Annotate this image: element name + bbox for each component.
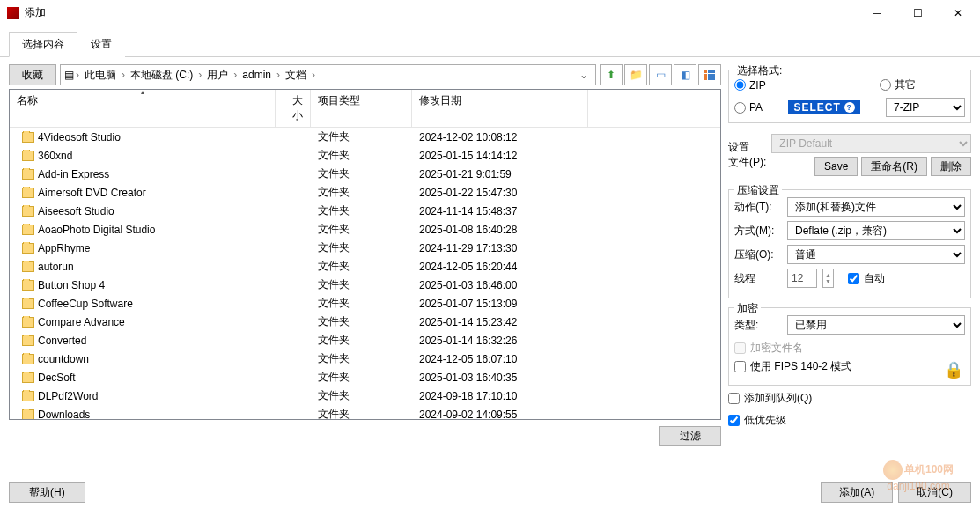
tabs: 选择内容 设置	[0, 26, 980, 57]
file-name: Aiseesoft Studio	[38, 205, 114, 217]
encrypt-group: 加密 类型:已禁用 加密文件名 使用 FIPS 140-2 模式 🔒	[728, 307, 971, 386]
file-type: 文件夹	[311, 129, 412, 144]
file-type: 文件夹	[311, 407, 412, 420]
file-name: autorun	[38, 261, 74, 273]
folder-icon	[22, 298, 34, 309]
column-date[interactable]: 修改日期	[412, 90, 588, 127]
cancel-button[interactable]: 取消(C)	[898, 482, 971, 503]
close-button[interactable]: ✕	[938, 0, 978, 26]
table-row[interactable]: Aimersoft DVD Creator文件夹2025-01-22 15:47…	[10, 183, 720, 202]
tab-settings[interactable]: 设置	[77, 32, 125, 57]
table-row[interactable]: Add-in Express文件夹2025-01-21 9:01:59	[10, 165, 720, 183]
file-date: 2024-12-05 16:07:10	[412, 353, 588, 365]
low-priority-check[interactable]: 低优先级	[728, 411, 971, 430]
table-row[interactable]: AoaoPhoto Digital Studio文件夹2025-01-08 16…	[10, 220, 720, 239]
preset-select[interactable]: ZIP Default	[771, 134, 971, 153]
table-row[interactable]: 360xnd文件夹2025-01-15 14:14:12	[10, 146, 720, 165]
file-type: 文件夹	[311, 351, 412, 366]
view-medium-button[interactable]: ◧	[674, 64, 696, 85]
breadcrumb-item[interactable]: admin	[239, 67, 275, 83]
breadcrumb-item[interactable]: 此电脑	[81, 66, 120, 85]
filter-button[interactable]: 过滤	[659, 426, 721, 446]
method-label: 方式(M):	[734, 224, 782, 239]
breadcrumb-item[interactable]: 用户	[203, 66, 232, 85]
encrypt-type-select[interactable]: 已禁用	[787, 315, 965, 335]
up-folder-button[interactable]: ⬆	[600, 64, 623, 85]
breadcrumb-item[interactable]: 本地磁盘 (C:)	[127, 66, 196, 85]
action-label: 动作(T):	[734, 200, 782, 215]
file-date: 2025-01-08 16:40:28	[412, 224, 588, 236]
table-row[interactable]: Converted文件夹2025-01-14 16:32:26	[10, 331, 720, 350]
folder-icon	[22, 225, 34, 235]
level-label: 压缩(O):	[734, 247, 782, 262]
favorites-button[interactable]: 收藏	[9, 64, 56, 85]
folder-icon	[22, 151, 34, 161]
file-name: DLPdf2Word	[38, 390, 98, 402]
file-name: CoffeeCup Software	[38, 298, 133, 310]
folder-icon	[22, 188, 34, 198]
rename-preset-button[interactable]: 重命名(R)	[861, 157, 927, 176]
table-row[interactable]: Compare Advance文件夹2025-01-14 15:23:42	[10, 313, 720, 331]
table-row[interactable]: Aiseesoft Studio文件夹2024-11-14 15:48:37	[10, 202, 720, 220]
column-type[interactable]: 项目类型	[311, 90, 412, 127]
list-body[interactable]: 4Videosoft Studio文件夹2024-12-02 10:08:123…	[10, 128, 720, 420]
file-date: 2025-01-21 9:01:59	[412, 168, 588, 180]
table-row[interactable]: CoffeeCup Software文件夹2025-01-07 15:13:09	[10, 294, 720, 313]
thread-input[interactable]	[787, 269, 817, 288]
navigation-bar: 收藏 ▤ › 此电脑 › 本地磁盘 (C:) › 用户 › admin › 文档…	[9, 64, 721, 85]
table-row[interactable]: Button Shop 4文件夹2025-01-03 16:46:00	[10, 276, 720, 294]
file-name: 4Videosoft Studio	[38, 131, 121, 144]
minimize-button[interactable]: ─	[857, 0, 897, 26]
file-date: 2024-12-05 16:20:44	[412, 261, 588, 273]
file-type: 文件夹	[311, 185, 412, 200]
radio-pa[interactable]: PA	[734, 101, 763, 114]
chevron-down-icon[interactable]: ⌄	[576, 69, 592, 81]
add-queue-check[interactable]: 添加到队列(Q)	[728, 389, 971, 408]
spinner-icon[interactable]: ▲▼	[822, 269, 834, 288]
table-row[interactable]: DLPdf2Word文件夹2024-09-18 17:10:10	[10, 387, 720, 405]
method-select[interactable]: Deflate (.zip，兼容)	[787, 221, 965, 240]
compress-group: 压缩设置 动作(T):添加(和替换)文件 方式(M):Deflate (.zip…	[728, 189, 971, 298]
file-label: 文件(P):	[728, 155, 766, 170]
table-row[interactable]: 4Videosoft Studio文件夹2024-12-02 10:08:12	[10, 128, 720, 146]
table-row[interactable]: countdown文件夹2024-12-05 16:07:10	[10, 350, 720, 368]
maximize-button[interactable]: ☐	[897, 0, 938, 26]
file-date: 2025-01-03 16:46:00	[412, 279, 588, 291]
view-large-button[interactable]: ▭	[649, 64, 672, 85]
other-format-select[interactable]: 7-ZIP	[886, 98, 965, 117]
file-name: Add-in Express	[38, 168, 109, 180]
delete-preset-button[interactable]: 删除	[931, 157, 971, 176]
file-type: 文件夹	[311, 148, 412, 163]
auto-thread-check[interactable]: 自动	[848, 269, 885, 288]
add-button[interactable]: 添加(A)	[821, 482, 893, 503]
breadcrumb[interactable]: ▤ › 此电脑 › 本地磁盘 (C:) › 用户 › admin › 文档 › …	[60, 64, 596, 85]
help-button[interactable]: 帮助(H)	[9, 482, 85, 503]
file-name: Converted	[38, 335, 86, 347]
file-date: 2025-01-14 15:23:42	[412, 316, 588, 328]
new-folder-button[interactable]: 📁	[624, 64, 647, 85]
column-name[interactable]: 名称	[10, 90, 276, 127]
compress-group-label: 压缩设置	[734, 183, 782, 198]
breadcrumb-item[interactable]: 文档	[282, 66, 310, 85]
radio-zip[interactable]: ZIP	[734, 79, 766, 92]
select-badge[interactable]: SELECT?	[788, 100, 859, 114]
table-row[interactable]: Downloads文件夹2024-09-02 14:09:55	[10, 405, 720, 420]
view-list-button[interactable]	[698, 64, 721, 85]
save-preset-button[interactable]: Save	[814, 157, 858, 176]
action-select[interactable]: 添加(和替换)文件	[787, 197, 965, 217]
format-group: 选择格式: ZIP 其它 PA SELECT? 7-ZIP	[728, 70, 971, 123]
file-date: 2025-01-22 15:47:30	[412, 187, 588, 199]
svg-rect-4	[704, 77, 707, 80]
fips-check[interactable]: 使用 FIPS 140-2 模式	[734, 357, 965, 376]
file-date: 2024-11-14 15:48:37	[412, 205, 588, 217]
folder-icon	[22, 280, 34, 291]
svg-rect-2	[704, 74, 707, 77]
drive-icon: ▤	[64, 69, 74, 81]
table-row[interactable]: AppRhyme文件夹2024-11-29 17:13:30	[10, 239, 720, 257]
tab-select-content[interactable]: 选择内容	[9, 32, 77, 57]
table-row[interactable]: autorun文件夹2024-12-05 16:20:44	[10, 257, 720, 276]
column-size[interactable]: 大小	[276, 90, 311, 127]
level-select[interactable]: 普通	[787, 245, 965, 264]
table-row[interactable]: DecSoft文件夹2025-01-03 16:40:35	[10, 368, 720, 387]
radio-other[interactable]: 其它	[880, 77, 916, 92]
